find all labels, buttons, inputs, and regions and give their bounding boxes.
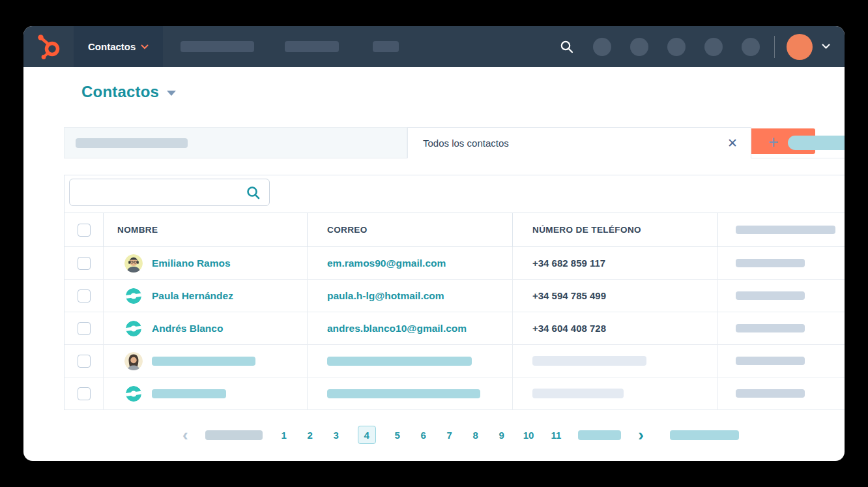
- column-header-correo[interactable]: CORREO: [308, 225, 368, 235]
- cell-placeholder: [532, 356, 646, 366]
- table-row-placeholder: [65, 377, 845, 410]
- cell-placeholder: [736, 324, 805, 332]
- nav-icon-placeholder[interactable]: [704, 38, 723, 56]
- contact-phone: +34 604 408 728: [532, 323, 606, 334]
- search-input[interactable]: [78, 180, 240, 205]
- view-tabs: Todos los contactos ✕ +: [64, 127, 845, 158]
- page-size-placeholder[interactable]: [670, 430, 739, 440]
- contacts-table-panel: NOMBRE CORREO NÚMERO DE TELÉFONO: [64, 175, 845, 410]
- page-number[interactable]: 5: [393, 430, 402, 441]
- cell-placeholder: [327, 389, 480, 398]
- page-title: Contactos: [81, 83, 159, 101]
- tab-todos-los-contactos[interactable]: Todos los contactos ✕: [407, 127, 751, 158]
- cell-placeholder: [152, 389, 226, 398]
- page-number[interactable]: 6: [419, 430, 428, 441]
- magnifier-icon: [246, 185, 261, 201]
- nav-icon-placeholder[interactable]: [667, 38, 686, 56]
- search-submit-button[interactable]: [246, 185, 261, 201]
- row-checkbox[interactable]: [78, 355, 91, 368]
- contact-name-link[interactable]: Emiliano Ramos: [152, 258, 231, 269]
- nav-menu-placeholder[interactable]: [373, 41, 399, 52]
- page-number[interactable]: 7: [445, 430, 454, 441]
- tab-label-placeholder: [76, 138, 188, 148]
- user-avatar[interactable]: [787, 34, 813, 60]
- contact-phone: +34 682 859 117: [532, 258, 605, 269]
- tab-label: Todos los contactos: [423, 138, 509, 149]
- nav-icon-placeholder[interactable]: [742, 38, 760, 56]
- cell-placeholder: [152, 357, 255, 366]
- previous-label-placeholder[interactable]: [205, 430, 263, 440]
- page-number[interactable]: 11: [551, 430, 561, 441]
- sprocket-logo-icon: [36, 33, 62, 61]
- table-row: Paula Hernández paula.h-lg@hotmail.com +…: [65, 280, 845, 312]
- contact-name-link[interactable]: Paula Hernández: [152, 290, 233, 302]
- nav-item-contactos[interactable]: Contactos: [74, 26, 163, 67]
- search-icon[interactable]: [560, 40, 574, 54]
- contact-default-avatar-icon: [124, 287, 143, 305]
- table-search-box: [69, 179, 270, 206]
- close-tab-icon[interactable]: ✕: [727, 137, 738, 149]
- page-number[interactable]: 9: [497, 430, 506, 441]
- nav-menu-placeholder[interactable]: [285, 41, 339, 52]
- page-number[interactable]: 2: [306, 430, 315, 441]
- top-navbar: Contactos: [23, 26, 845, 67]
- cell-placeholder: [736, 291, 805, 300]
- contact-photo-avatar: [124, 254, 143, 273]
- page-number-current[interactable]: 4: [358, 426, 376, 444]
- column-header-placeholder: [736, 226, 835, 234]
- nav-divider: [774, 36, 775, 58]
- hubspot-logo[interactable]: [23, 26, 74, 67]
- page-title-dropdown[interactable]: Contactos: [81, 83, 176, 101]
- column-header-telefono[interactable]: NÚMERO DE TELÉFONO: [513, 225, 641, 235]
- column-header-nombre[interactable]: NOMBRE: [104, 225, 158, 235]
- previous-page-icon[interactable]: ‹: [182, 426, 188, 443]
- app-window: Contactos: [23, 26, 845, 461]
- table-header-row: NOMBRE CORREO NÚMERO DE TELÉFONO: [65, 213, 845, 247]
- chevron-down-icon: [141, 44, 149, 50]
- add-view-icon[interactable]: +: [768, 134, 779, 151]
- nav-item-label: Contactos: [88, 41, 136, 52]
- nav-icon-placeholder[interactable]: [630, 38, 648, 56]
- contact-name-link[interactable]: Andrés Blanco: [152, 323, 223, 334]
- cell-placeholder: [736, 357, 805, 365]
- next-label-placeholder[interactable]: [578, 430, 621, 440]
- page-number[interactable]: 1: [280, 430, 289, 441]
- row-checkbox[interactable]: [78, 289, 91, 303]
- cell-placeholder: [327, 357, 472, 366]
- next-page-icon[interactable]: ›: [638, 426, 644, 443]
- page-number[interactable]: 3: [332, 430, 341, 441]
- select-all-checkbox[interactable]: [78, 224, 91, 237]
- contact-email-link[interactable]: paula.h-lg@hotmail.com: [327, 290, 444, 302]
- contact-photo-avatar: [124, 352, 143, 370]
- contact-phone: +34 594 785 499: [532, 290, 606, 301]
- nav-icon-placeholder[interactable]: [593, 38, 611, 56]
- table-row: Andrés Blanco andres.blanco10@gmail.com …: [65, 312, 845, 345]
- title-chevron-down-icon: [167, 91, 176, 96]
- cell-placeholder: [736, 389, 805, 398]
- page-number[interactable]: 10: [523, 430, 534, 441]
- table-row-placeholder: [65, 345, 845, 377]
- contact-email-link[interactable]: andres.blanco10@gmail.com: [327, 323, 467, 334]
- row-checkbox[interactable]: [78, 257, 91, 270]
- table-search-row: [65, 175, 845, 213]
- cell-placeholder: [532, 389, 624, 398]
- navbar-right-cluster: [560, 34, 845, 60]
- add-view-placeholder: [788, 136, 845, 150]
- contact-email-link[interactable]: em.ramos90@gmail.com: [327, 258, 446, 269]
- nav-menu-placeholder[interactable]: [181, 41, 254, 52]
- cell-placeholder: [736, 259, 805, 267]
- pagination: ‹ 1 2 3 4 5 6 7 8 9 10 11 ›: [50, 425, 845, 445]
- account-chevron-down-icon[interactable]: [822, 44, 830, 50]
- row-checkbox[interactable]: [78, 322, 91, 335]
- page-number[interactable]: 8: [471, 430, 480, 441]
- table-row: Emiliano Ramos em.ramos90@gmail.com +34 …: [65, 247, 845, 280]
- contact-default-avatar-icon: [124, 319, 143, 338]
- row-checkbox[interactable]: [78, 387, 91, 400]
- contact-default-avatar-icon: [124, 385, 143, 403]
- tab-placeholder[interactable]: [64, 127, 407, 158]
